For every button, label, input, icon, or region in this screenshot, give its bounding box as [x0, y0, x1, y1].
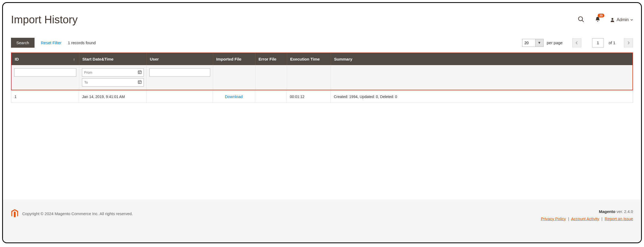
filter-row	[12, 65, 632, 90]
svg-rect-18	[140, 83, 140, 83]
user-menu[interactable]: Admin	[610, 17, 633, 23]
svg-rect-9	[139, 73, 139, 73]
copyright-text: Copyright © 2024 Magento Commerce Inc. A…	[22, 211, 133, 216]
page-footer: Copyright © 2024 Magento Commerce Inc. A…	[3, 200, 641, 242]
page-input[interactable]	[592, 38, 604, 47]
svg-rect-10	[140, 73, 140, 73]
svg-rect-15	[139, 82, 139, 83]
per-page-value[interactable]	[522, 39, 535, 47]
svg-rect-8	[140, 72, 140, 73]
cell-user	[146, 91, 213, 103]
notification-badge: 39	[598, 14, 604, 17]
filter-date-from[interactable]	[82, 68, 144, 77]
grid-toolbar: Search Reset Filter 1 records found ▼ pe…	[11, 38, 633, 48]
filter-date-to[interactable]	[82, 78, 144, 87]
svg-rect-16	[140, 82, 140, 83]
chevron-left-icon	[575, 41, 578, 45]
per-page-label: per page	[547, 40, 563, 45]
col-header-start[interactable]: Start Date&Time	[79, 53, 146, 65]
magento-logo-icon	[11, 209, 18, 218]
page-total-label: of 1	[609, 40, 615, 45]
svg-point-2	[611, 18, 613, 20]
search-icon[interactable]	[577, 15, 586, 25]
footer-version: ver. 2.4.0	[615, 209, 633, 214]
cell-summary: Created: 1994, Updated: 0, Deleted: 0	[330, 91, 633, 103]
sort-asc-icon: ↑	[73, 57, 75, 61]
calendar-icon[interactable]	[136, 70, 144, 75]
filter-id-input[interactable]	[14, 68, 76, 77]
account-activity-link[interactable]: Account Activity	[571, 216, 599, 221]
svg-line-1	[582, 20, 584, 22]
svg-rect-7	[139, 72, 139, 73]
footer-brand: Magento	[599, 209, 615, 214]
cell-error	[255, 91, 287, 103]
notifications-icon[interactable]: 39	[594, 15, 602, 24]
svg-rect-17	[139, 83, 139, 83]
pager-prev-button[interactable]	[572, 38, 581, 47]
cell-id: 1	[11, 91, 79, 103]
filter-user-input[interactable]	[149, 68, 210, 77]
per-page-dropdown[interactable]: ▼	[535, 39, 543, 47]
reset-filter-link[interactable]: Reset Filter	[41, 40, 62, 45]
header-actions: 39 Admin	[577, 15, 633, 25]
col-header-exec[interactable]: Execution Time	[287, 53, 331, 65]
cell-exec: 00:01:12	[287, 91, 330, 103]
table-header-row: ID ↑ Start Date&Time User Imported File …	[12, 53, 632, 65]
svg-point-0	[578, 17, 582, 21]
user-label: Admin	[617, 17, 629, 22]
col-header-id[interactable]: ID ↑	[12, 53, 79, 65]
download-link[interactable]: Download	[225, 94, 243, 99]
pager-next-button[interactable]	[624, 38, 633, 47]
col-header-imported[interactable]: Imported File	[213, 53, 255, 65]
records-found-label: 1 records found	[68, 40, 96, 45]
import-history-grid: ID ↑ Start Date&Time User Imported File …	[12, 53, 632, 90]
search-button[interactable]: Search	[11, 38, 35, 48]
cell-start: Jan 14, 2019, 9:41:01 AM	[79, 91, 146, 103]
privacy-policy-link[interactable]: Privacy Policy	[541, 216, 566, 221]
chevron-right-icon	[627, 41, 630, 45]
col-header-summary[interactable]: Summary	[331, 53, 632, 65]
table-row: 1 Jan 14, 2019, 9:41:01 AM Download 00:0…	[11, 91, 633, 103]
chevron-down-icon	[630, 18, 633, 21]
report-issue-link[interactable]: Report an Issue	[605, 216, 633, 221]
calendar-icon[interactable]	[136, 80, 144, 85]
page-title: Import History	[11, 14, 78, 26]
filter-highlight: ID ↑ Start Date&Time User Imported File …	[11, 53, 633, 90]
col-header-user[interactable]: User	[146, 53, 213, 65]
user-icon	[610, 17, 615, 23]
page-header: Import History 39 Admin	[11, 14, 633, 26]
filter-date-from-input[interactable]	[82, 69, 136, 76]
col-header-error[interactable]: Error File	[255, 53, 287, 65]
filter-date-to-input[interactable]	[82, 78, 136, 86]
per-page-select[interactable]: ▼	[522, 39, 544, 47]
